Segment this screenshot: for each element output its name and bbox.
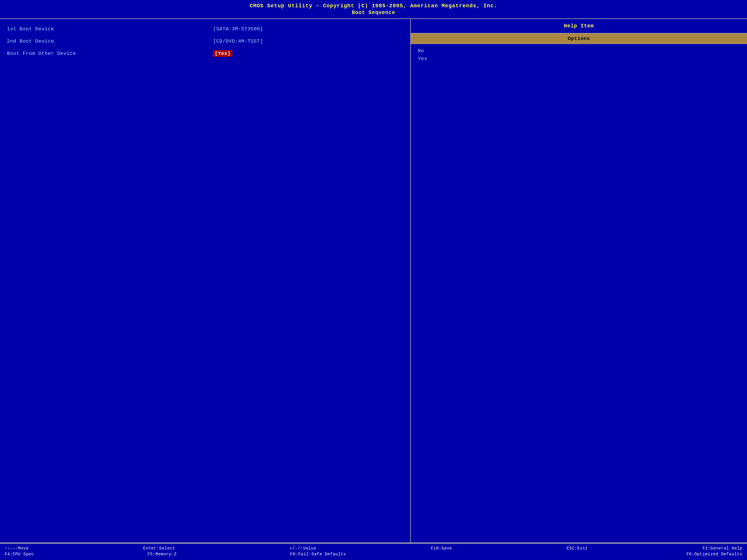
nav-key-r1-1: Enter:Select <box>143 546 175 551</box>
setting-row-2[interactable]: Boot From Other Device[Yes] <box>7 49 403 58</box>
options-list: NoYes <box>411 44 747 68</box>
header-title: CMOS Setup Utility - Copyright (C) 1985-… <box>6 3 741 9</box>
option-item-0[interactable]: No <box>418 48 740 54</box>
setting-label-2: Boot From Other Device <box>7 51 213 56</box>
nav-key-r2-1: F5:Memory-Z <box>147 552 177 557</box>
settings-panel: 1st Boot Device[SATA:3M-ST3500]2nd Boot … <box>0 19 411 542</box>
header-subtitle: Boot Sequence <box>6 10 741 16</box>
main-content: 1st Boot Device[SATA:3M-ST3500]2nd Boot … <box>0 19 747 543</box>
help-panel: Help Item Options NoYes <box>411 19 747 542</box>
setting-label-1: 2nd Boot Device <box>7 38 213 44</box>
header-bar: CMOS Setup Utility - Copyright (C) 1985-… <box>0 0 747 19</box>
nav-key-r1-5: F1:General Help <box>702 546 742 551</box>
nav-key-r1-4: ESC:Exit <box>567 546 588 551</box>
option-item-1[interactable]: Yes <box>418 56 740 61</box>
setting-row-0[interactable]: 1st Boot Device[SATA:3M-ST3500] <box>7 24 403 33</box>
setting-row-1[interactable]: 2nd Boot Device[CD/DVD:4M-TSST] <box>7 36 403 46</box>
setting-value-2: [Yes] <box>213 50 232 57</box>
nav-key-r1-3: F10:Save <box>431 546 452 551</box>
nav-key-r1-2: +/-/:Value <box>290 546 316 551</box>
nav-key-r2-5: F6:Optimized Defaults <box>686 552 742 557</box>
nav-key-r2-0: F4:CPU Spec <box>5 552 34 557</box>
setting-value-1: [CD/DVD:4M-TSST] <box>213 38 263 44</box>
nav-key-r1-0: ↑↓←→:Move <box>5 546 29 551</box>
help-title: Help Item <box>411 19 747 33</box>
nav-bar: ↑↓←→:MoveEnter:Select+/-/:ValueF10:SaveE… <box>0 543 747 560</box>
options-bar: Options <box>411 33 747 44</box>
nav-key-r2-2: F8:Fail-Safe Defaults <box>290 552 346 557</box>
setting-value-0: [SATA:3M-ST3500] <box>213 26 263 32</box>
nav-row-1: ↑↓←→:MoveEnter:Select+/-/:ValueF10:SaveE… <box>5 546 742 551</box>
nav-row-2: F4:CPU SpecF5:Memory-ZF8:Fail-Safe Defau… <box>5 552 742 557</box>
setting-label-0: 1st Boot Device <box>7 26 213 32</box>
bios-screen: CMOS Setup Utility - Copyright (C) 1985-… <box>0 0 747 560</box>
